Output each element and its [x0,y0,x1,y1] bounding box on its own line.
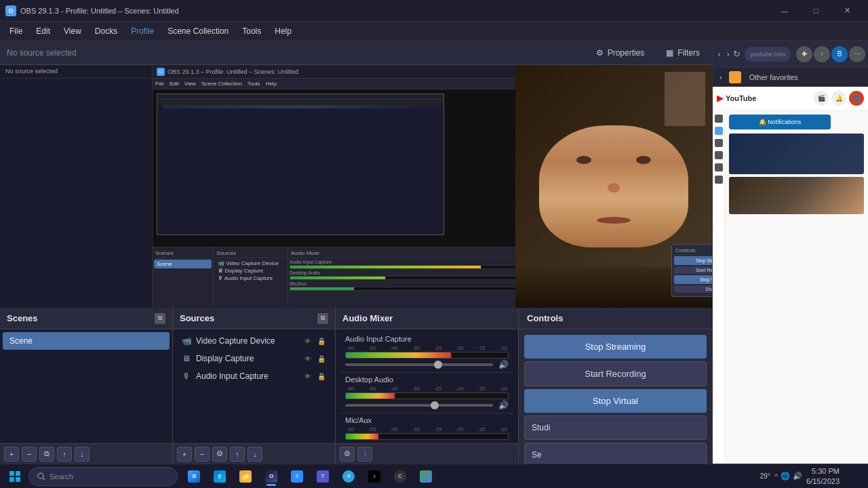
yt-library-icon[interactable] [715,139,723,147]
obs-preview-thumb [163,105,438,108]
audio-settings-btn[interactable]: ⚙ [340,447,355,462]
start-recording-button[interactable]: Start Recording [524,361,707,386]
svg-rect-0 [9,471,14,476]
audio-menu-btn[interactable]: ⋮ [357,447,372,462]
browser-back-btn[interactable]: ‹ [715,45,723,64]
source-item-display-capture[interactable]: 🖥 Display Capture 👁 🔒 [176,350,332,367]
yt-video-camera-icon[interactable]: 🎬 [814,91,829,106]
audio-slider-thumb-input[interactable] [434,361,442,369]
add-scene-button[interactable]: + [4,447,19,462]
nested-stop-virtual[interactable]: Stop Virtual [674,275,712,284]
systray-expand-btn[interactable]: ^ [774,472,778,481]
systray-volume-icon[interactable]: 🔊 [793,472,802,481]
taskbar-search-bar[interactable]: Search [28,467,178,486]
browser-icon-1[interactable]: ✚ [796,46,812,62]
move-scene-up-button[interactable]: ↑ [57,447,72,462]
taskbar-capcut-app[interactable]: C [388,466,412,487]
notification-center-btn[interactable] [844,468,860,485]
telegram-icon: ✈ [342,470,355,483]
source-eye-btn-display[interactable]: 👁 [302,353,313,364]
menu-help[interactable]: Help [268,24,298,39]
menu-scene-collection[interactable]: Scene Collection [161,24,235,39]
yt-home-icon[interactable] [715,115,723,123]
audio-input-capture-label: Audio Input Capture [345,335,509,343]
remove-scene-button[interactable]: − [22,447,37,462]
scene-item-scene[interactable]: Scene [3,332,170,350]
taskbar-edge[interactable]: e [208,466,232,487]
nested-scene-item: Scene [154,260,212,268]
minimize-button[interactable]: — [769,0,800,22]
move-source-up-button[interactable]: ↑ [230,447,245,462]
source-settings-button[interactable]: ⚙ [212,447,227,462]
move-source-down-button[interactable]: ↓ [248,447,262,462]
studio-mode-button[interactable]: Studi [524,415,707,440]
taskbar-zoom-app[interactable]: Z [285,466,309,487]
taskbar-task-view[interactable]: ⊞ [182,466,206,487]
source-eye-btn-audio[interactable]: 👁 [302,371,313,382]
duplicate-scene-button[interactable]: ⧉ [39,447,54,462]
nested-studio[interactable]: Studio [674,285,712,293]
menu-profile[interactable]: Profile [124,24,161,39]
audio-slider-desktop[interactable] [345,404,493,407]
yt-bell-icon[interactable]: 🔔 [831,91,846,106]
stop-streaming-button[interactable]: Stop Streaming [524,335,707,359]
menu-edit[interactable]: Edit [29,24,57,39]
fav-other-favorites[interactable]: Other favorites [747,72,801,83]
browser-icon-3[interactable]: ⋯ [849,46,865,62]
menu-file[interactable]: File [3,24,29,39]
yt-subscriptions-icon[interactable] [715,127,723,135]
source-eye-btn-video[interactable]: 👁 [302,336,313,346]
audio-slider-input[interactable] [345,363,493,366]
browser-refresh-btn[interactable]: ↻ [733,45,741,64]
yt-history-icon[interactable] [715,151,723,159]
fav-chevron-btn[interactable]: › [717,72,725,83]
remove-source-button[interactable]: − [195,447,210,462]
start-button[interactable] [3,467,27,486]
yt-gaming-icon[interactable] [715,176,723,184]
source-item-audio-input[interactable]: 🎙 Audio Input Capture 👁 🔒 [176,367,332,385]
weather-widget[interactable]: 29° [760,472,770,480]
filters-button[interactable]: ▦ Filters [660,45,705,60]
close-button[interactable]: ✕ [831,0,863,22]
menu-docks[interactable]: Docks [88,24,124,39]
menu-view[interactable]: View [57,24,88,39]
yt-thumb-2[interactable] [729,177,864,214]
nested-stop-streaming[interactable]: Stop Streaming [674,256,712,265]
nested-scenes-panel: Scenes Scene [153,247,214,308]
taskbar-tiktok-app[interactable]: ♪ [362,466,387,487]
nested-start-recording[interactable]: Start Recording [674,266,712,274]
audio-slider-thumb-desktop[interactable] [431,401,439,409]
source-lock-btn-display[interactable]: 🔒 [316,353,327,364]
source-lock-btn-video[interactable]: 🔒 [316,336,327,346]
yt-thumb-1[interactable] [729,134,864,174]
stop-virtual-button[interactable]: Stop Virtual [524,389,707,413]
menu-tools[interactable]: Tools [235,24,268,39]
audio-mute-btn-desktop[interactable]: 🔊 [498,401,509,410]
yt-notification-bell-area: 🔔 Notifications [729,115,831,129]
taskbar-maps-app[interactable]: 📍 [414,466,438,487]
nested-sources-panel: Sources 📹 Video Capture Device 🖥 Display… [214,247,288,308]
browser-forward-btn[interactable]: › [724,45,732,64]
browser-address-bar[interactable]: youtube.com [745,47,791,62]
taskbar-teams-app[interactable]: T [311,466,335,487]
source-item-video-capture[interactable]: 📹 Video Capture Device 👁 🔒 [176,332,332,350]
source-lock-btn-audio[interactable]: 🔒 [316,371,327,382]
scenes-copy-icon[interactable]: ⧉ [155,313,165,324]
taskbar-obs-app[interactable]: O [259,466,283,487]
taskbar-clock[interactable]: 5:30 PM 6/15/2023 [806,466,840,486]
add-source-button[interactable]: + [177,447,192,462]
taskbar-system-tray: 29° ^ 🌐 🔊 5:30 PM 6/15/2023 [760,466,865,486]
move-scene-down-button[interactable]: ↓ [75,447,90,462]
browser-icon-2[interactable]: ↑ [814,46,830,62]
maximize-button[interactable]: □ [800,0,831,22]
taskbar-file-explorer[interactable]: 📁 [233,466,258,487]
explorer-icon: 📁 [239,470,252,483]
audio-mute-btn-input[interactable]: 🔊 [498,360,509,369]
sources-copy-icon[interactable]: ⧉ [317,313,328,324]
taskbar-telegram-app[interactable]: ✈ [336,466,361,487]
yt-avatar-icon[interactable]: 👤 [849,91,864,106]
yt-trending-icon[interactable] [715,163,723,171]
systray-network-icon[interactable]: 🌐 [781,472,790,481]
properties-button[interactable]: ⚙ Properties [591,45,650,60]
browser-bing-icon[interactable]: B [831,46,848,62]
